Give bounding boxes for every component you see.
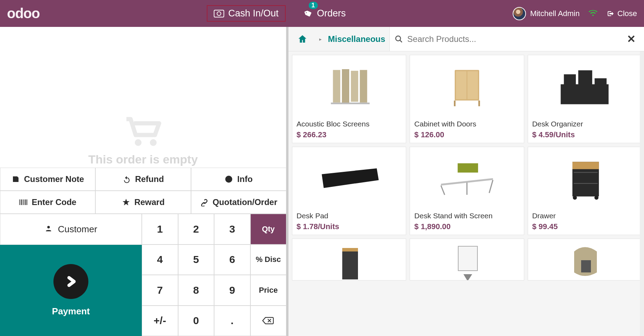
svg-rect-29: [458, 163, 478, 173]
key-2[interactable]: 2: [178, 214, 214, 244]
product-card[interactable]: Drawer $ 99.45: [528, 147, 642, 235]
product-card[interactable]: Acoustic Bloc Screens $ 266.23: [292, 55, 406, 143]
svg-rect-22: [467, 71, 478, 100]
odoo-logo: odoo: [7, 6, 40, 21]
product-scroll: Acoustic Bloc Screens $ 266.23 Cabinet w…: [288, 51, 644, 336]
breadcrumb-separator: ▸: [319, 36, 322, 42]
product-image: [530, 57, 639, 115]
search-input[interactable]: [407, 34, 623, 44]
bottom-row: Customer Payment 1 2 3 Qty 4 5 6 % Disc …: [0, 214, 286, 336]
key-5[interactable]: 5: [178, 244, 214, 275]
svg-rect-39: [581, 260, 591, 272]
key-6[interactable]: 6: [214, 244, 250, 275]
product-name: Desk Stand with Screen: [410, 209, 524, 220]
key-4[interactable]: 4: [142, 244, 178, 275]
category-link[interactable]: Miscellaneous: [328, 34, 385, 44]
info-icon: [225, 175, 233, 183]
refund-button[interactable]: Refund: [95, 168, 191, 191]
payment-button[interactable]: Payment: [0, 245, 142, 336]
product-image: [294, 149, 404, 207]
svg-rect-5: [19, 199, 20, 205]
quotation-order-label: Quotation/Order: [213, 197, 277, 207]
product-price: $ 1.78/Units: [292, 220, 406, 235]
payment-label: Payment: [52, 306, 90, 317]
product-name: Drawer: [528, 209, 642, 220]
keypad: 1 2 3 Qty 4 5 6 % Disc 7 8 9 Price +/- 0…: [142, 214, 286, 336]
svg-rect-21: [456, 71, 466, 100]
home-icon: [297, 34, 308, 44]
reward-button[interactable]: Reward: [95, 191, 191, 214]
key-3[interactable]: 3: [214, 214, 250, 244]
info-label: Info: [237, 174, 253, 184]
product-price: $ 126.00: [410, 128, 524, 143]
key-plusminus[interactable]: +/-: [142, 306, 178, 336]
customer-note-label: Customer Note: [24, 174, 84, 184]
svg-rect-33: [574, 183, 598, 184]
orders-button[interactable]: 1 Orders: [303, 5, 346, 22]
product-image: [530, 241, 639, 280]
key-dot[interactable]: .: [214, 306, 250, 336]
refund-label: Refund: [135, 174, 164, 184]
product-image: [412, 241, 521, 280]
customer-note-button[interactable]: Customer Note: [0, 168, 95, 191]
key-qty[interactable]: Qty: [250, 214, 287, 244]
key-7[interactable]: 7: [142, 275, 178, 306]
key-disc[interactable]: % Disc: [250, 244, 287, 275]
product-name: Cabinet with Doors: [410, 117, 524, 128]
svg-rect-9: [23, 199, 24, 205]
order-scrollbar[interactable]: [281, 27, 286, 168]
key-9[interactable]: 9: [214, 275, 250, 306]
main-split: This order is empty Customer Note Refund…: [0, 27, 644, 336]
product-card[interactable]: Desk Stand with Screen $ 1,890.00: [410, 147, 524, 235]
product-card[interactable]: [292, 239, 406, 280]
home-button[interactable]: [292, 34, 313, 44]
header-right: Mitchell Admin Close: [513, 7, 637, 20]
star-icon: [122, 198, 130, 206]
svg-rect-3: [228, 178, 229, 181]
product-card[interactable]: Desk Pad $ 1.78/Units: [292, 147, 406, 235]
key-0[interactable]: 0: [178, 306, 214, 336]
enter-code-button[interactable]: Enter Code: [0, 191, 95, 214]
svg-point-14: [396, 36, 401, 41]
key-price[interactable]: Price: [250, 275, 287, 306]
customer-label: Customer: [58, 224, 97, 235]
key-1[interactable]: 1: [142, 214, 178, 244]
close-button[interactable]: Close: [606, 9, 637, 18]
order-pane: This order is empty Customer Note Refund…: [0, 27, 288, 336]
product-price: $ 99.45: [528, 220, 642, 235]
product-topbar: ▸ Miscellaneous ✕: [288, 27, 644, 51]
quotation-order-button[interactable]: Quotation/Order: [191, 191, 286, 214]
tag-icon: [302, 8, 315, 19]
product-card[interactable]: [410, 239, 524, 280]
user-name: Mitchell Admin: [530, 9, 580, 18]
product-card[interactable]: [528, 239, 642, 280]
key-backspace[interactable]: [250, 306, 287, 336]
svg-rect-37: [342, 248, 358, 251]
cash-in-out-button[interactable]: Cash In/Out: [207, 5, 286, 22]
svg-point-1: [150, 139, 156, 146]
product-card[interactable]: Cabinet with Doors $ 126.00: [410, 55, 524, 143]
product-image: [294, 57, 404, 115]
customer-button[interactable]: Customer: [0, 214, 142, 245]
key-8[interactable]: 8: [178, 275, 214, 306]
clear-search-button[interactable]: ✕: [623, 33, 639, 45]
product-price: $ 266.23: [292, 128, 406, 143]
svg-rect-26: [564, 74, 576, 86]
svg-rect-16: [342, 69, 349, 103]
info-button[interactable]: Info: [191, 168, 286, 191]
product-scrollbar[interactable]: [640, 51, 644, 336]
note-icon: [12, 175, 20, 183]
header-center: Cash In/Out 1 Orders: [40, 5, 513, 22]
product-image: [294, 241, 404, 280]
product-name: Acoustic Bloc Screens: [292, 117, 406, 128]
product-name: Desk Organizer: [528, 117, 642, 128]
svg-rect-28: [595, 78, 607, 86]
undo-icon: [123, 175, 131, 183]
product-price: $ 4.59/Units: [528, 128, 642, 143]
cash-in-out-label: Cash In/Out: [228, 8, 279, 19]
svg-rect-8: [22, 199, 23, 205]
product-name: Desk Pad: [292, 209, 406, 220]
product-card[interactable]: Desk Organizer $ 4.59/Units: [528, 55, 642, 143]
svg-rect-24: [478, 101, 480, 106]
user-menu[interactable]: Mitchell Admin: [513, 7, 580, 20]
